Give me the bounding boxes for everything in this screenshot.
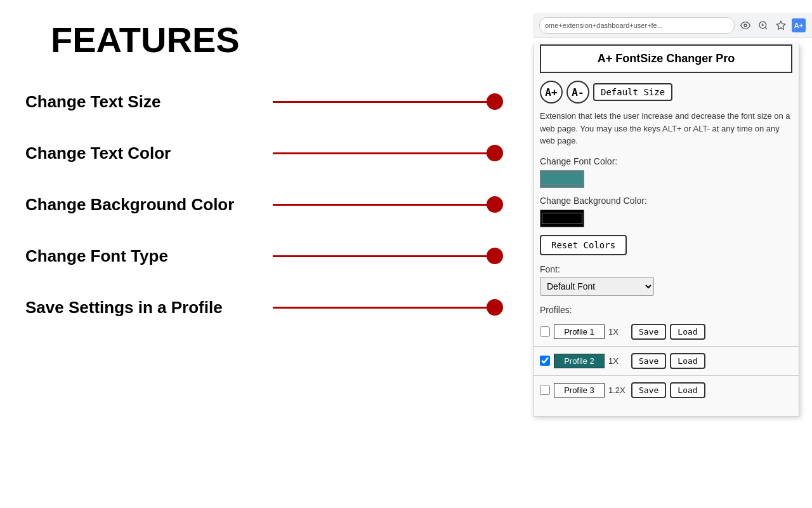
feature-dot-text-size bbox=[487, 93, 503, 110]
increase-font-button[interactable]: A+ bbox=[540, 81, 563, 104]
profile-2-checkbox[interactable] bbox=[540, 356, 550, 366]
feature-label-save-profile: Save Settings in a Profile bbox=[25, 298, 266, 318]
profile-1-save-button[interactable]: Save bbox=[631, 324, 666, 340]
bg-color-label: Change Background Color: bbox=[534, 196, 799, 206]
reset-colors-button[interactable]: Reset Colors bbox=[540, 235, 627, 255]
feature-line-text-size bbox=[273, 101, 495, 103]
feature-label-text-size: Change Text Size bbox=[25, 92, 266, 112]
browser-url-bar[interactable]: ome+extension+dashboard+user+fe... bbox=[539, 17, 735, 34]
feature-label-text-color: Change Text Color bbox=[25, 144, 266, 163]
svg-point-0 bbox=[744, 24, 747, 27]
feature-label-font-type: Change Font Type bbox=[25, 246, 266, 266]
divider-1 bbox=[534, 346, 799, 347]
profile-3-save-button[interactable]: Save bbox=[631, 382, 666, 398]
profiles-label: Profiles: bbox=[534, 305, 799, 315]
browser-bar: ome+extension+dashboard+user+fe... bbox=[533, 13, 812, 38]
bg-color-picker[interactable] bbox=[540, 210, 584, 227]
ext-icon-label: A+ bbox=[794, 22, 803, 29]
extension-popup: A+ FontSize Changer Pro A+ A- Default Si… bbox=[533, 44, 799, 417]
feature-dot-text-color bbox=[487, 145, 503, 161]
profile-3-checkbox[interactable] bbox=[540, 385, 550, 395]
profile-row-1: 1X Save Load bbox=[534, 321, 799, 342]
profile-1-name[interactable] bbox=[554, 324, 605, 339]
feature-line-text-color bbox=[273, 152, 495, 154]
browser-icon-group: A+ bbox=[738, 18, 806, 32]
svg-marker-4 bbox=[776, 21, 785, 29]
profile-1-load-button[interactable]: Load bbox=[670, 324, 705, 340]
font-label: Font: bbox=[540, 264, 792, 274]
profile-1-checkbox[interactable] bbox=[540, 326, 550, 337]
font-select[interactable]: Default Font bbox=[540, 277, 654, 296]
font-size-controls: A+ A- Default Size bbox=[534, 81, 799, 104]
feature-save-profile: Save Settings in a Profile bbox=[25, 298, 495, 318]
default-size-button[interactable]: Default Size bbox=[593, 83, 672, 101]
feature-label-bg-color: Change Background Color bbox=[25, 195, 266, 215]
page-title: FEATURES bbox=[51, 19, 495, 60]
feature-text-color: Change Text Color bbox=[25, 144, 495, 163]
feature-line-save-profile bbox=[273, 307, 495, 309]
profile-1-multiplier: 1X bbox=[608, 327, 627, 337]
profile-3-multiplier: 1.2X bbox=[608, 385, 627, 395]
font-section: Font: Default Font bbox=[534, 264, 799, 296]
eye-icon[interactable] bbox=[738, 18, 752, 32]
feature-dot-save-profile bbox=[487, 299, 503, 316]
profile-3-name[interactable] bbox=[554, 383, 605, 398]
browser-chrome: ome+extension+dashboard+user+fe... bbox=[533, 13, 812, 417]
divider-2 bbox=[534, 375, 799, 376]
feature-dot-bg-color bbox=[487, 196, 503, 213]
extension-description: Extension that lets the user increase an… bbox=[534, 110, 799, 147]
profile-row-2: 1X Save Load bbox=[534, 351, 799, 371]
zoom-icon[interactable] bbox=[756, 18, 770, 32]
profile-2-save-button[interactable]: Save bbox=[631, 353, 666, 369]
profile-3-load-button[interactable]: Load bbox=[670, 382, 705, 398]
profile-row-3: 1.2X Save Load bbox=[534, 380, 799, 401]
feature-dot-font-type bbox=[487, 248, 503, 264]
font-color-label: Change Font Color: bbox=[534, 156, 799, 166]
url-text: ome+extension+dashboard+user+fe... bbox=[545, 22, 663, 29]
feature-bg-color: Change Background Color bbox=[25, 195, 495, 215]
feature-line-font-type bbox=[273, 255, 495, 257]
feature-text-size: Change Text Size bbox=[25, 92, 495, 112]
profile-2-load-button[interactable]: Load bbox=[670, 353, 705, 369]
profile-2-multiplier: 1X bbox=[608, 356, 627, 366]
extension-icon[interactable]: A+ bbox=[792, 18, 806, 32]
left-panel: FEATURES Change Text Size Change Text Co… bbox=[0, 0, 520, 508]
profile-2-name[interactable] bbox=[554, 354, 605, 368]
feature-font-type: Change Font Type bbox=[25, 246, 495, 266]
decrease-font-button[interactable]: A- bbox=[566, 81, 589, 104]
popup-title: A+ FontSize Changer Pro bbox=[540, 44, 792, 73]
font-color-picker[interactable] bbox=[540, 170, 584, 188]
feature-line-bg-color bbox=[273, 204, 495, 206]
star-icon[interactable] bbox=[774, 18, 788, 32]
